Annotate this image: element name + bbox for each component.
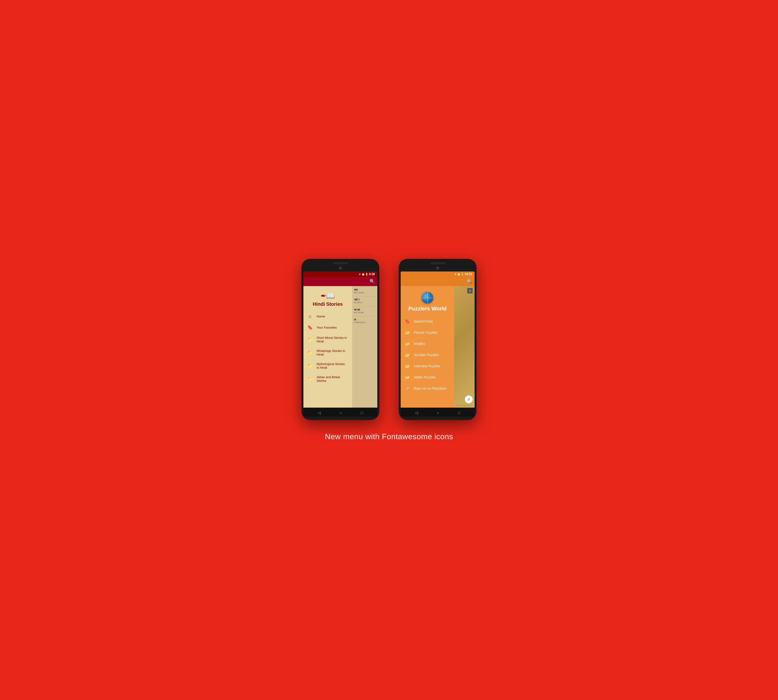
menu-item-akbar[interactable]: 📁 Akbar and Birbal Stories xyxy=(304,372,352,385)
home-icon: ⌂ xyxy=(307,314,313,319)
content-item-3: का खा तना धन कल ... xyxy=(354,308,376,314)
clock-1: 8:26 xyxy=(369,272,375,276)
battery-icon-2: 🔋 xyxy=(461,273,464,276)
phone-puzzlers-world: ▼ ▣ 🔋 10:31 🔍 Puzzlers World xyxy=(399,259,476,420)
folder-icon-mythological: 📁 xyxy=(307,363,313,368)
back-btn-1[interactable]: ◁ xyxy=(318,410,321,415)
menu-item-interview-puzzles[interactable]: 📂 Interview Puzzles xyxy=(401,360,454,372)
content-sub-4: ने सोचा करता ... xyxy=(354,321,376,324)
globe-icon xyxy=(422,292,433,303)
content-sub-1: एक couple... xyxy=(354,292,376,294)
recents-btn-2[interactable]: □ xyxy=(458,411,461,415)
menu-item-riddles[interactable]: 📂 Riddles xyxy=(401,338,454,349)
folder-icon-picture: 📂 xyxy=(404,330,410,335)
menu-label-maths-puzzles: Maths Puzzles xyxy=(414,375,436,379)
drawer-1: ✒📖 Hindi Stories ⌂ Home 🔖 Your Favorites… xyxy=(304,286,352,408)
screen-content-2: Puzzlers World 🔖 Saved Posts 📂 Picture P… xyxy=(401,286,474,408)
bottom-nav-1: ◁ ○ □ xyxy=(304,408,377,417)
phone-screen-1: ▼ ▣ 🔋 8:26 🔍 ✒📖 Hindi Stories xyxy=(304,272,377,417)
menu-label-favorites: Your Favorites xyxy=(317,326,337,329)
menu-label-picture-puzzles: Picture Puzzles xyxy=(414,330,437,335)
menu-item-favorites[interactable]: 🔖 Your Favorites xyxy=(304,322,352,333)
drawer-header-1: ✒📖 Hindi Stories xyxy=(304,286,352,311)
menu-label-home: Home xyxy=(317,315,325,318)
app-title-1: Hindi Stories xyxy=(313,302,342,307)
app-header-2: 🔍 xyxy=(401,277,474,286)
folder-icon-maths: 📂 xyxy=(404,375,410,380)
menu-item-number-puzzles[interactable]: 📂 Number Puzzles xyxy=(401,349,454,360)
phones-container: ▼ ▣ 🔋 8:26 🔍 ✒📖 Hindi Stories xyxy=(302,259,476,420)
divider-3 xyxy=(354,316,376,317)
menu-label-short-moral: Short Moral Stories in Hindi xyxy=(317,336,348,343)
menu-item-home[interactable]: ⌂ Home xyxy=(304,311,352,322)
content-title-2: नायें ? xyxy=(354,298,376,302)
page-caption: New menu with Fontawesome icons xyxy=(325,432,453,441)
divider-2 xyxy=(354,306,376,307)
bottom-nav-2: ◁ ○ □ xyxy=(401,408,474,417)
folder-icon-number: 📂 xyxy=(404,352,410,358)
app-header-1: 🔍 xyxy=(304,277,377,286)
folder-icon-akbar: 📁 xyxy=(307,376,313,382)
drawer-2: Puzzlers World 🔖 Saved Posts 📂 Picture P… xyxy=(401,286,454,408)
folder-icon-whatsapp: 📁 xyxy=(307,350,313,355)
main-content-1: पापा, एक couple... नायें ? तब सते स... क… xyxy=(352,286,377,408)
folder-icon-riddles: 📂 xyxy=(404,341,410,347)
app-title-2: Puzzlers World xyxy=(408,305,446,312)
app-logo-1: ✒📖 xyxy=(321,292,335,300)
external-link-icon: ↗ xyxy=(404,386,410,391)
home-btn-2[interactable]: ○ xyxy=(437,411,439,415)
menu-label-saved-posts: Saved Posts xyxy=(414,319,433,323)
main-content-2: 1 ⤢ xyxy=(454,286,474,408)
screen-content-1: ✒📖 Hindi Stories ⌂ Home 🔖 Your Favorites… xyxy=(304,286,377,408)
folder-icon-short-moral: 📁 xyxy=(307,337,313,342)
puzzle-number: 1 xyxy=(467,288,472,293)
menu-item-short-moral[interactable]: 📁 Short Moral Stories in Hindi xyxy=(304,333,352,346)
phone-hindi-stories: ▼ ▣ 🔋 8:26 🔍 ✒📖 Hindi Stories xyxy=(302,259,379,420)
divider-1 xyxy=(354,296,376,297)
content-title-3: का खा xyxy=(354,308,376,312)
signal-icon-2: ▣ xyxy=(457,273,460,276)
menu-item-maths-puzzles[interactable]: 📂 Maths Puzzles xyxy=(401,372,454,383)
clock-2: 10:31 xyxy=(465,272,472,276)
search-icon-2[interactable]: 🔍 xyxy=(467,279,472,284)
signal-icon-1: ▣ xyxy=(362,273,364,276)
menu-label-whatsapp: WhatsApp Stories in Hindi xyxy=(317,349,348,356)
menu-label-rate-us: Rate Us on PlayStore xyxy=(414,387,447,390)
menu-label-riddles: Riddles xyxy=(414,342,425,346)
search-icon-1[interactable]: 🔍 xyxy=(369,279,375,284)
menu-item-rate-us[interactable]: ↗ Rate Us on PlayStore xyxy=(401,383,454,394)
phone-camera-2 xyxy=(436,267,439,270)
menu-item-mythological[interactable]: 📁 Mythological Stories in Hindi xyxy=(304,359,352,372)
content-item-2: नायें ? तब सते स... xyxy=(354,298,376,304)
menu-item-picture-puzzles[interactable]: 📂 Picture Puzzles xyxy=(401,327,454,338)
menu-label-mythological: Mythological Stories in Hindi xyxy=(317,362,348,370)
content-item-1: पापा, एक couple... xyxy=(354,288,376,294)
folder-icon-interview: 📂 xyxy=(404,363,410,369)
drawer-header-2: Puzzlers World xyxy=(401,286,454,316)
content-sub-2: तब सते स... xyxy=(354,302,376,304)
content-item-4: ता ने सोचा करता ... xyxy=(354,318,376,324)
bookmark-icon-favorites: 🔖 xyxy=(307,325,313,330)
bookmark-icon-saved: 🔖 xyxy=(404,318,410,324)
menu-item-whatsapp[interactable]: 📁 WhatsApp Stories in Hindi xyxy=(304,346,352,359)
back-btn-2[interactable]: ◁ xyxy=(415,410,418,415)
wifi-icon-1: ▼ xyxy=(359,273,361,276)
phone-camera-1 xyxy=(339,267,342,270)
battery-icon-1: 🔋 xyxy=(365,273,368,276)
content-title-1: पापा, xyxy=(354,288,376,292)
status-bar-2: ▼ ▣ 🔋 10:31 xyxy=(401,272,474,277)
content-sub-3: तना धन कल ... xyxy=(354,312,376,314)
phone-screen-2: ▼ ▣ 🔋 10:31 🔍 Puzzlers World xyxy=(401,272,474,417)
wifi-icon-2: ▼ xyxy=(454,273,457,276)
home-btn-1[interactable]: ○ xyxy=(339,411,342,415)
menu-label-number-puzzles: Number Puzzles xyxy=(414,353,439,357)
status-bar-1: ▼ ▣ 🔋 8:26 xyxy=(304,272,377,277)
menu-label-interview-puzzles: Interview Puzzles xyxy=(414,364,440,368)
content-title-4: ता xyxy=(354,318,376,321)
menu-item-saved-posts[interactable]: 🔖 Saved Posts xyxy=(401,316,454,327)
share-button[interactable]: ⤢ xyxy=(465,395,472,403)
recents-btn-1[interactable]: □ xyxy=(361,411,363,415)
menu-label-akbar: Akbar and Birbal Stories xyxy=(317,375,348,383)
